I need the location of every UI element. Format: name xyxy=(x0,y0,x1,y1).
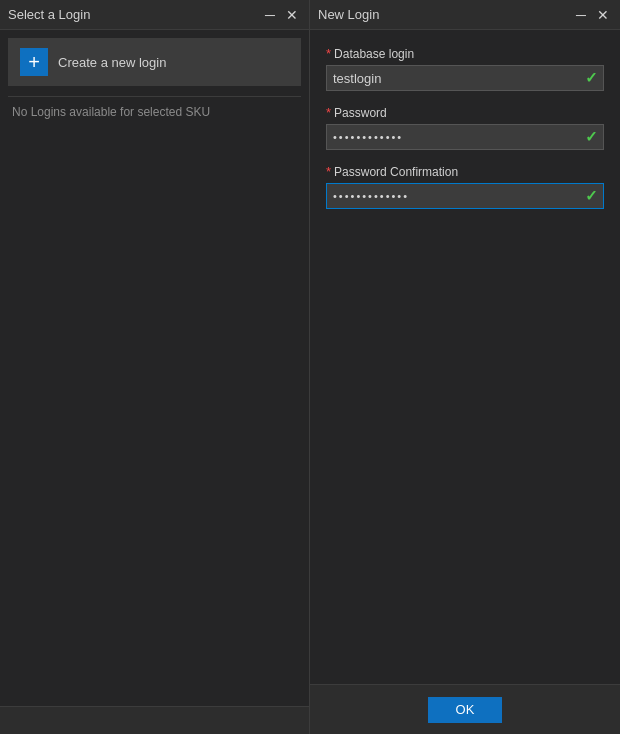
password-confirm-required-star: * xyxy=(326,164,331,179)
password-input[interactable] xyxy=(326,124,604,150)
ok-button[interactable]: OK xyxy=(428,697,503,723)
left-panel-footer xyxy=(0,706,309,734)
password-confirm-group: * Password Confirmation ✓ xyxy=(326,164,604,209)
password-confirm-label-text: Password Confirmation xyxy=(334,165,458,179)
left-minimize-button[interactable]: ─ xyxy=(261,6,279,24)
right-content: * Database login ✓ * Password ✓ * Pass xyxy=(310,30,620,684)
left-panel-title: Select a Login xyxy=(8,7,90,22)
right-close-button[interactable]: ✕ xyxy=(594,6,612,24)
password-confirm-input[interactable] xyxy=(326,183,604,209)
password-label: * Password xyxy=(326,105,604,120)
password-label-text: Password xyxy=(334,106,387,120)
create-login-label: Create a new login xyxy=(58,55,166,70)
password-required-star: * xyxy=(326,105,331,120)
password-input-wrapper: ✓ xyxy=(326,124,604,150)
db-login-input[interactable] xyxy=(326,65,604,91)
left-titlebar-buttons: ─ ✕ xyxy=(261,6,301,24)
right-footer: OK xyxy=(310,684,620,734)
no-logins-text: No Logins available for selected SKU xyxy=(8,101,301,123)
create-new-login-button[interactable]: + Create a new login xyxy=(8,38,301,86)
separator xyxy=(8,96,301,97)
db-login-check-icon: ✓ xyxy=(585,69,598,87)
right-minimize-button[interactable]: ─ xyxy=(572,6,590,24)
left-titlebar: Select a Login ─ ✕ xyxy=(0,0,309,30)
db-login-required-star: * xyxy=(326,46,331,61)
db-login-label: * Database login xyxy=(326,46,604,61)
db-login-label-text: Database login xyxy=(334,47,414,61)
password-confirm-label: * Password Confirmation xyxy=(326,164,604,179)
password-group: * Password ✓ xyxy=(326,105,604,150)
left-close-button[interactable]: ✕ xyxy=(283,6,301,24)
password-confirm-check-icon: ✓ xyxy=(585,187,598,205)
db-login-group: * Database login ✓ xyxy=(326,46,604,91)
plus-icon: + xyxy=(28,52,40,72)
left-panel-content: + Create a new login No Logins available… xyxy=(0,30,309,706)
plus-icon-box: + xyxy=(20,48,48,76)
password-check-icon: ✓ xyxy=(585,128,598,146)
right-titlebar: New Login ─ ✕ xyxy=(310,0,620,30)
right-panel: New Login ─ ✕ * Database login ✓ * Passw… xyxy=(310,0,620,734)
right-titlebar-buttons: ─ ✕ xyxy=(572,6,612,24)
db-login-input-wrapper: ✓ xyxy=(326,65,604,91)
left-panel: Select a Login ─ ✕ + Create a new login … xyxy=(0,0,310,734)
right-panel-title: New Login xyxy=(318,7,379,22)
password-confirm-input-wrapper: ✓ xyxy=(326,183,604,209)
